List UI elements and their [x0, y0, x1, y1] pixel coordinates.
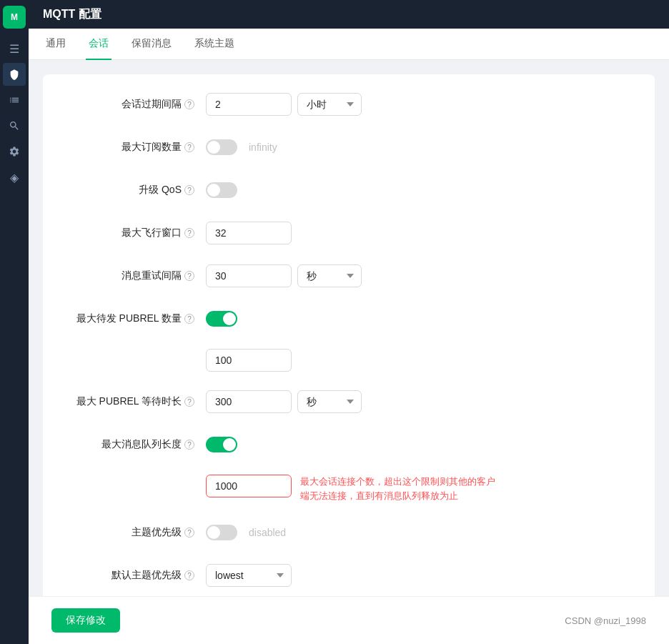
sidebar-item-list[interactable] [3, 89, 26, 112]
max-inflight-input[interactable] [206, 222, 292, 244]
tab-general[interactable]: 通用 [43, 29, 69, 60]
default-topic-priority-select[interactable]: lowest normal high highest [206, 564, 292, 587]
max-pubrel-help-icon[interactable]: ? [184, 314, 194, 324]
tab-bar: 通用 会话 保留消息 系统主题 [29, 29, 669, 60]
max-inflight-help-icon[interactable]: ? [184, 228, 194, 238]
max-pubrel-toggle[interactable] [206, 311, 237, 327]
page-title: MQTT 配置 [43, 7, 101, 22]
max-pubrel-wait-unit-select[interactable]: 秒 分钟 [297, 390, 362, 413]
upgrade-qos-row: 升级 QoS ? [66, 177, 632, 203]
sidebar-item-search[interactable] [3, 114, 26, 137]
tab-session[interactable]: 会话 [86, 29, 112, 60]
max-pubrel-wait-input[interactable] [206, 390, 292, 413]
max-inflight-control [206, 222, 632, 244]
page-header: MQTT 配置 [29, 0, 669, 29]
max-pubrel-wait-control: 秒 分钟 [206, 390, 632, 413]
retry-interval-control: 秒 分钟 [206, 264, 632, 287]
sidebar-logo: M [3, 6, 26, 29]
max-pubrel-label: 最大待发 PUBREL 数量 ? [66, 312, 194, 325]
session-expire-input[interactable] [206, 93, 292, 116]
retry-interval-label: 消息重试间隔 ? [66, 269, 194, 282]
retry-interval-help-icon[interactable]: ? [184, 271, 194, 281]
session-expire-label: 会话过期间隔 ? [66, 98, 194, 111]
max-inflight-label: 最大飞行窗口 ? [66, 227, 194, 239]
footer: 保存修改 CSDN @nuzi_1998 [29, 596, 669, 644]
topic-priority-control: disabled [206, 525, 632, 540]
default-topic-priority-control: lowest normal high highest [206, 564, 632, 587]
max-inflight-row: 最大飞行窗口 ? [66, 220, 632, 246]
sidebar-item-diamond[interactable]: ◈ [3, 166, 26, 189]
max-mqueue-value-input[interactable] [206, 475, 292, 497]
tab-retain[interactable]: 保留消息 [129, 29, 174, 60]
max-subscriptions-control: infinity [206, 139, 632, 155]
max-pubrel-wait-row: 最大 PUBREL 等待时长 ? 秒 分钟 [66, 389, 632, 415]
upgrade-qos-help-icon[interactable]: ? [184, 185, 194, 195]
tab-system-topic[interactable]: 系统主题 [192, 29, 237, 60]
retry-interval-input[interactable] [206, 264, 292, 287]
sidebar-item-menu[interactable]: ☰ [3, 37, 26, 60]
upgrade-qos-label: 升级 QoS ? [66, 184, 194, 197]
max-mqueue-sub-row: 最大会话连接个数，超出这个限制则其他的客户端无法连接，直到有消息队列释放为止 [206, 475, 632, 502]
retry-interval-row: 消息重试间隔 ? 秒 分钟 [66, 263, 632, 289]
main-area: MQTT 配置 通用 会话 保留消息 系统主题 会话过期间隔 ? 小时 分钟 [29, 0, 669, 644]
topic-priority-row: 主题优先级 ? disabled [66, 520, 632, 545]
max-pubrel-wait-label: 最大 PUBREL 等待时长 ? [66, 395, 194, 408]
max-mqueue-toggle[interactable] [206, 437, 237, 452]
max-mqueue-label: 最大消息队列长度 ? [66, 438, 194, 451]
sidebar-item-settings[interactable] [3, 140, 26, 163]
default-topic-priority-row: 默认主题优先级 ? lowest normal high highest [66, 563, 632, 588]
default-topic-priority-help-icon[interactable]: ? [184, 570, 194, 580]
max-subscriptions-label: 最大订阅数量 ? [66, 141, 194, 154]
max-subscriptions-help-icon[interactable]: ? [184, 142, 194, 152]
topic-priority-toggle[interactable] [206, 525, 237, 540]
retry-interval-unit-select[interactable]: 秒 分钟 [297, 264, 362, 287]
upgrade-qos-control [206, 182, 632, 198]
max-mqueue-annotation: 最大会话连接个数，超出这个限制则其他的客户端无法连接，直到有消息队列释放为止 [300, 475, 500, 502]
max-pubrel-wait-help-icon[interactable]: ? [184, 397, 194, 407]
max-pubrel-control [206, 311, 632, 327]
max-subscriptions-text: infinity [249, 142, 277, 153]
sidebar-item-shield[interactable] [3, 63, 26, 86]
max-mqueue-help-icon[interactable]: ? [184, 440, 194, 450]
upgrade-qos-toggle[interactable] [206, 182, 237, 198]
topic-priority-label: 主题优先级 ? [66, 526, 194, 539]
max-pubrel-sub-row [206, 349, 632, 372]
max-subscriptions-toggle[interactable] [206, 139, 237, 155]
max-mqueue-control [206, 437, 632, 452]
default-topic-priority-label: 默认主题优先级 ? [66, 569, 194, 582]
session-expire-unit-select[interactable]: 小时 分钟 秒 [297, 93, 362, 116]
topic-priority-text: disabled [249, 527, 286, 538]
session-expire-control: 小时 分钟 秒 [206, 93, 632, 116]
footer-credit: CSDN @nuzi_1998 [565, 615, 646, 626]
sidebar: M ☰ ◈ [0, 0, 29, 644]
topic-priority-help-icon[interactable]: ? [184, 527, 194, 538]
max-subscriptions-row: 最大订阅数量 ? infinity [66, 134, 632, 160]
max-mqueue-row: 最大消息队列长度 ? [66, 432, 632, 457]
settings-card: 会话过期间隔 ? 小时 分钟 秒 最大订阅数量 ? [43, 74, 655, 596]
max-pubrel-row: 最大待发 PUBREL 数量 ? [66, 306, 632, 332]
session-expire-row: 会话过期间隔 ? 小时 分钟 秒 [66, 91, 632, 117]
content-area: 会话过期间隔 ? 小时 分钟 秒 最大订阅数量 ? [29, 60, 669, 596]
max-pubrel-value-input[interactable] [206, 349, 292, 372]
save-button[interactable]: 保存修改 [51, 608, 120, 633]
session-expire-help-icon[interactable]: ? [184, 99, 194, 109]
